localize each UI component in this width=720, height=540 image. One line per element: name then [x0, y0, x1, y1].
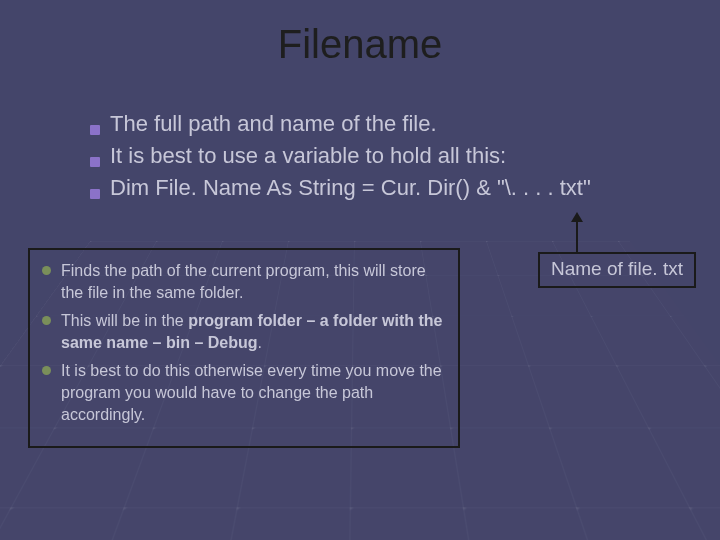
note-text: Finds the path of the current program, t…: [61, 260, 446, 304]
list-item: Dim File. Name As String = Cur. Dir() & …: [90, 172, 680, 204]
bullet-icon: [42, 266, 51, 275]
label-box: Name of file. txt: [538, 252, 696, 288]
bullet-icon: [90, 125, 100, 135]
list-item-text: The full path and name of the file.: [110, 108, 437, 140]
list-item: This will be in the program folder – a f…: [42, 310, 446, 354]
note-text: This will be in the program folder – a f…: [61, 310, 446, 354]
list-item: Finds the path of the current program, t…: [42, 260, 446, 304]
list-item: The full path and name of the file.: [90, 108, 680, 140]
notes-box: Finds the path of the current program, t…: [28, 248, 460, 448]
list-item: It is best to do this otherwise every ti…: [42, 360, 446, 426]
label-text: Name of file. txt: [551, 258, 683, 279]
bullet-icon: [42, 366, 51, 375]
list-item-text: Dim File. Name As String = Cur. Dir() & …: [110, 172, 591, 204]
main-bullet-list: The full path and name of the file. It i…: [90, 108, 680, 204]
bullet-icon: [90, 189, 100, 199]
list-item: It is best to use a variable to hold all…: [90, 140, 680, 172]
slide-title: Filename: [0, 22, 720, 67]
list-item-text: It is best to use a variable to hold all…: [110, 140, 506, 172]
arrow-icon: [576, 214, 578, 254]
bullet-icon: [90, 157, 100, 167]
note-text: It is best to do this otherwise every ti…: [61, 360, 446, 426]
bullet-icon: [42, 316, 51, 325]
slide: Filename The full path and name of the f…: [0, 0, 720, 540]
